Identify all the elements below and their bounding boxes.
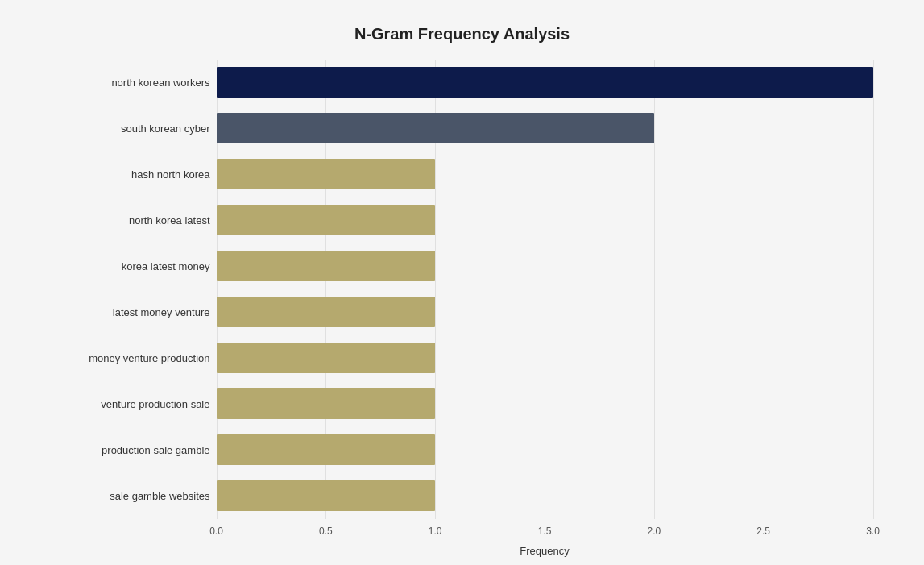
y-label: venture production sale — [52, 381, 210, 427]
bar — [217, 205, 436, 235]
y-label: korea latest money — [52, 243, 210, 289]
bar-rows — [217, 60, 873, 519]
x-tick: 1.5 — [538, 526, 552, 537]
bar-row — [217, 65, 873, 99]
bar-row — [217, 295, 873, 329]
chart-container: N-Gram Frequency Analysis north korean w… — [19, 9, 905, 557]
bar-row — [217, 157, 873, 191]
x-tick: 1.0 — [429, 526, 442, 537]
bar-row — [217, 433, 873, 467]
bar — [217, 113, 654, 143]
chart-area: north korean workerssouth korean cyberha… — [52, 60, 873, 479]
grid-line — [873, 60, 874, 519]
bar — [217, 159, 436, 189]
bars-grid — [217, 60, 873, 519]
x-tick: 0.5 — [319, 526, 333, 537]
chart-title: N-Gram Frequency Analysis — [52, 25, 873, 44]
y-label: latest money venture — [52, 289, 210, 335]
bar-row — [217, 111, 873, 145]
bar-row — [217, 479, 873, 513]
bar — [217, 297, 436, 327]
y-label: production sale gamble — [52, 427, 210, 473]
x-tick: 3.0 — [866, 526, 880, 537]
x-tick: 0.0 — [209, 526, 223, 537]
bar — [217, 343, 436, 373]
bar — [217, 434, 436, 465]
bar — [217, 67, 873, 98]
y-label: money venture production — [52, 335, 210, 381]
bar-row — [217, 387, 873, 421]
bar-row — [217, 341, 873, 375]
y-label: north korea latest — [52, 197, 210, 243]
bar — [217, 251, 436, 281]
bar — [217, 388, 436, 419]
x-axis: 0.00.51.01.52.02.53.0 — [217, 526, 873, 542]
y-label: sale gamble websites — [52, 473, 210, 519]
x-axis-label: Frequency — [217, 545, 873, 557]
y-label: south korean cyber — [52, 106, 210, 152]
y-label: north korean workers — [52, 60, 210, 106]
x-tick: 2.0 — [648, 526, 661, 537]
bar — [217, 480, 436, 511]
y-labels: north korean workerssouth korean cyberha… — [52, 60, 217, 519]
x-tick: 2.5 — [756, 526, 770, 537]
y-label: hash north korea — [52, 152, 210, 197]
bars-section: north korean workerssouth korean cyberha… — [52, 60, 873, 519]
bar-row — [217, 249, 873, 283]
bar-row — [217, 203, 873, 237]
